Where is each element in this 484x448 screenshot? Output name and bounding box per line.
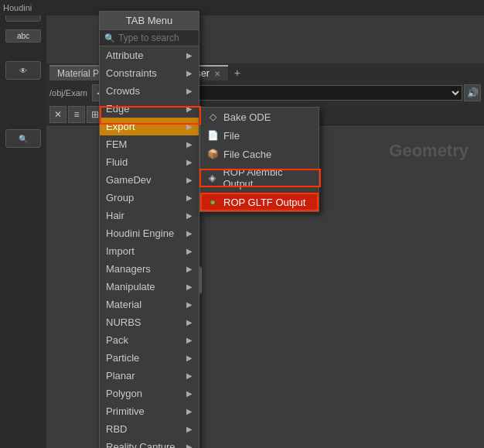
submenu-rop-alembic[interactable]: ◈ ROP Alembic Output	[200, 163, 319, 193]
menu-item-fluid[interactable]: Fluid ▶	[100, 153, 199, 171]
arrow-icon: ▶	[186, 229, 193, 238]
search-icon: 🔍	[104, 33, 115, 43]
menu-item-material[interactable]: Material ▶	[100, 296, 199, 313]
menu-item-managers[interactable]: Managers ▶	[100, 260, 199, 278]
app-title: Houdini	[3, 3, 32, 12]
menu-item-pack[interactable]: Pack ▶	[100, 331, 199, 349]
tab-menu-title: TAB Menu	[100, 12, 199, 30]
sidebar-search-btn[interactable]: 🔍	[5, 129, 41, 148]
menu-item-import[interactable]: Import ▶	[100, 242, 199, 260]
arrow-icon: ▶	[186, 318, 193, 327]
export-submenu[interactable]: ◇ Bake ODE 📄 File 📦 File Cache ◈ ROP Ale…	[199, 107, 319, 212]
left-sidebar: ☰ abc 👁 🔍	[0, 0, 46, 448]
grid-icon[interactable]: ≡	[68, 106, 85, 123]
menu-item-export[interactable]: Export ▶	[100, 118, 199, 135]
arrow-icon: ▶	[186, 407, 193, 416]
sidebar-abc-btn[interactable]: abc	[5, 29, 41, 43]
menu-item-nurbs[interactable]: NURBS ▶	[100, 313, 199, 331]
menu-item-constraints[interactable]: Constraints ▶	[100, 64, 199, 82]
arrow-icon: ▶	[186, 51, 193, 60]
arrow-icon: ▶	[186, 265, 193, 273]
menu-item-particle[interactable]: Particle ▶	[100, 349, 199, 367]
arrow-icon: ▶	[186, 389, 193, 398]
menu-item-fem[interactable]: FEM ▶	[100, 135, 199, 153]
menu-item-crowds[interactable]: Crowds ▶	[100, 82, 199, 100]
arrow-icon: ▶	[186, 104, 193, 113]
speaker-icon[interactable]: 🔊	[464, 84, 481, 101]
menu-item-primitive[interactable]: Primitive ▶	[100, 402, 199, 420]
arrow-icon: ▶	[186, 425, 193, 433]
sidebar-view-btn[interactable]: 👁	[5, 61, 41, 80]
arrow-icon: ▶	[186, 443, 193, 448]
tab-close-asset[interactable]: ✕	[214, 70, 220, 78]
submenu-file-cache[interactable]: 📦 File Cache	[200, 145, 319, 163]
tab-menu[interactable]: TAB Menu 🔍 Attribute ▶ Constraints ▶ Cro…	[99, 11, 199, 448]
snap-icon[interactable]: ✕	[49, 106, 66, 123]
arrow-icon: ▶	[186, 193, 193, 202]
rop-gltf-icon: ●	[206, 196, 219, 208]
arrow-icon: ▶	[186, 158, 193, 166]
menu-item-planar[interactable]: Planar ▶	[100, 367, 199, 385]
file-icon: 📄	[206, 129, 219, 142]
arrow-icon: ▶	[186, 140, 193, 149]
arrow-icon: ▶	[186, 300, 193, 309]
menu-item-group[interactable]: Group ▶	[100, 189, 199, 207]
menu-item-polygon[interactable]: Polygon ▶	[100, 385, 199, 402]
submenu-file[interactable]: 📄 File	[200, 126, 319, 145]
arrow-icon: ▶	[186, 354, 193, 362]
arrow-icon: ▶	[186, 176, 193, 184]
file-cache-icon: 📦	[206, 148, 219, 160]
search-input[interactable]	[118, 32, 194, 43]
arrow-icon: ▶	[186, 87, 193, 95]
arrow-icon: ▶	[186, 371, 193, 380]
menu-item-houdini-engine[interactable]: Houdini Engine ▶	[100, 224, 199, 242]
submenu-rop-gltf[interactable]: ● ROP GLTF Output	[200, 193, 319, 211]
menu-search-bar[interactable]: 🔍	[100, 30, 199, 46]
menu-item-hair[interactable]: Hair ▶	[100, 207, 199, 224]
menu-item-reality-capture[interactable]: Reality Capture ▶	[100, 438, 199, 448]
rop-alembic-icon: ◈	[206, 172, 218, 184]
menu-item-edge[interactable]: Edge ▶	[100, 100, 199, 118]
menu-item-rbd[interactable]: RBD ▶	[100, 420, 199, 438]
geometry-label: Geometry	[389, 141, 469, 161]
arrow-icon: ▶	[186, 247, 193, 255]
tab-add-btn[interactable]: +	[230, 65, 245, 80]
arrow-icon: ▶	[186, 69, 193, 77]
arrow-icon: ▶	[186, 122, 193, 131]
arrow-icon: ▶	[186, 336, 193, 344]
menu-item-attribute[interactable]: Attribute ▶	[100, 46, 199, 64]
arrow-icon: ▶	[186, 282, 193, 291]
path-label: /obj/Exam	[49, 88, 87, 97]
arrow-icon: ▶	[186, 211, 193, 220]
menu-item-manipulate[interactable]: Manipulate ▶	[100, 278, 199, 296]
bake-ode-icon: ◇	[206, 111, 219, 123]
submenu-bake-ode[interactable]: ◇ Bake ODE	[200, 108, 319, 126]
menu-item-gamedev[interactable]: GameDev ▶	[100, 171, 199, 189]
top-bar: Houdini	[0, 0, 484, 15]
